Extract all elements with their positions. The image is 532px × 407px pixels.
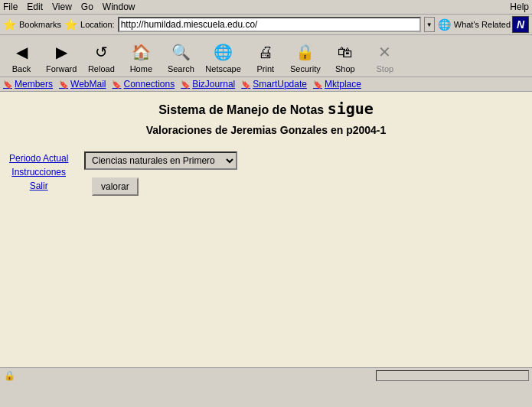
shop-label: Shop [335,64,355,73]
location-dropdown-button[interactable]: ▼ [424,17,435,32]
title-sigue-word: sigue [328,99,374,118]
status-lock-icon: 🔒 [3,370,15,382]
main-content: Sistema de Manejo de Notas sigue Valorac… [0,92,532,367]
security-label: Security [290,64,321,73]
search-button[interactable]: 🔍 Search [162,38,199,75]
print-label: Print [257,64,275,73]
page-title: Sistema de Manejo de Notas sigue [15,99,517,118]
security-icon: 🔒 [293,40,318,64]
security-button[interactable]: 🔒 Security [287,38,324,75]
stop-icon: ✕ [373,40,397,64]
search-label: Search [168,64,194,73]
bm-connections-label: Connections [123,79,175,90]
bm-smartupdate-icon: 🔖 [241,80,250,89]
periodo-actual-link[interactable]: Periodo Actual [9,153,68,164]
title-prefix: Sistema de Manejo de Notas [158,103,324,116]
netscape-logo: N [512,16,529,33]
reload-label: Reload [88,64,115,73]
subject-select[interactable]: Ciencias naturales en Primero [84,151,237,170]
forward-button[interactable]: ▶ Forward [43,38,80,75]
menu-go[interactable]: Go [81,2,93,12]
location-bar: ⭐ Bookmarks ⭐ Location: ▼ 🌐 What's Relat… [3,17,511,32]
home-button[interactable]: 🏠 Home [122,38,159,75]
status-progress-bar [376,370,529,381]
bm-mktplace[interactable]: 🔖 Mktplace [313,79,361,90]
back-icon: ◀ [9,40,34,64]
bm-webmail-icon: 🔖 [59,80,68,89]
nav-buttons: ◀ Back ▶ Forward ↺ Reload 🏠 Home 🔍 Searc… [0,35,532,77]
form-area: Ciencias naturales en Primero valorar [84,151,237,196]
menu-items: File Edit View Go Window [3,2,135,12]
location-label: Location: [80,20,115,29]
stop-button[interactable]: ✕ Stop [367,38,403,75]
menu-view[interactable]: View [52,2,72,12]
menu-help[interactable]: Help [510,2,529,12]
netscape-button[interactable]: 🌐 Netscape [202,38,243,75]
forward-label: Forward [46,64,77,73]
bm-connections[interactable]: 🔖 Connections [112,79,175,90]
url-input[interactable] [118,17,421,32]
menu-file[interactable]: File [3,2,18,12]
netscape-icon: 🌐 [211,40,236,64]
forward-icon: ▶ [49,40,73,64]
status-bar: 🔒 [0,367,532,383]
back-button[interactable]: ◀ Back [3,38,40,75]
stop-label: Stop [377,64,394,73]
whats-related-button[interactable]: What's Related [454,20,511,29]
netscape-label: Netscape [205,64,240,73]
bm-members-label: Members [15,79,53,90]
bm-bizjournal[interactable]: 🔖 BizJournal [181,79,235,90]
print-icon: 🖨 [253,40,278,64]
instrucciones-link[interactable]: Instrucciones [9,167,68,177]
bookmarks-bar: 🔖 Members 🔖 WebMail 🔖 Connections 🔖 BizJ… [0,77,532,92]
reload-icon: ↺ [89,40,113,64]
home-label: Home [130,64,152,73]
reload-button[interactable]: ↺ Reload [83,38,119,75]
bm-webmail-label: WebMail [70,79,106,90]
menu-window[interactable]: Window [103,2,135,12]
shop-icon: 🛍 [333,40,357,64]
bm-smartupdate-label: SmartUpdate [253,79,307,90]
menu-bar: File Edit View Go Window Help [0,0,532,15]
bm-members[interactable]: 🔖 Members [3,79,53,90]
bm-webmail[interactable]: 🔖 WebMail [59,79,106,90]
bookmarks-icon: ⭐ [3,18,16,31]
bm-connections-icon: 🔖 [112,80,121,89]
toolbar: ⭐ Bookmarks ⭐ Location: ▼ 🌐 What's Relat… [0,15,532,35]
bm-bizjournal-label: BizJournal [192,79,235,90]
bm-smartupdate[interactable]: 🔖 SmartUpdate [241,79,307,90]
location-icon: ⭐ [64,18,77,31]
bookmarks-button[interactable]: Bookmarks [19,20,61,29]
whats-related-icon: 🌐 [438,18,451,31]
home-icon: 🏠 [129,40,153,64]
bm-mktplace-label: Mktplace [325,79,361,90]
subject-select-container: Ciencias naturales en Primero [84,151,237,170]
bm-members-icon: 🔖 [3,80,12,89]
bm-bizjournal-icon: 🔖 [181,80,190,89]
valorar-button[interactable]: valorar [92,177,139,196]
salir-link[interactable]: Salir [9,181,68,191]
back-label: Back [12,64,31,73]
left-links: Periodo Actual Instrucciones Salir [9,153,68,191]
page-subtitle: Valoraciones de Jeremias Gonzales en p20… [15,124,517,136]
search-icon: 🔍 [168,40,193,64]
bm-mktplace-icon: 🔖 [313,80,322,89]
shop-button[interactable]: 🛍 Shop [327,38,364,75]
menu-edit[interactable]: Edit [27,2,43,12]
print-button[interactable]: 🖨 Print [247,38,284,75]
